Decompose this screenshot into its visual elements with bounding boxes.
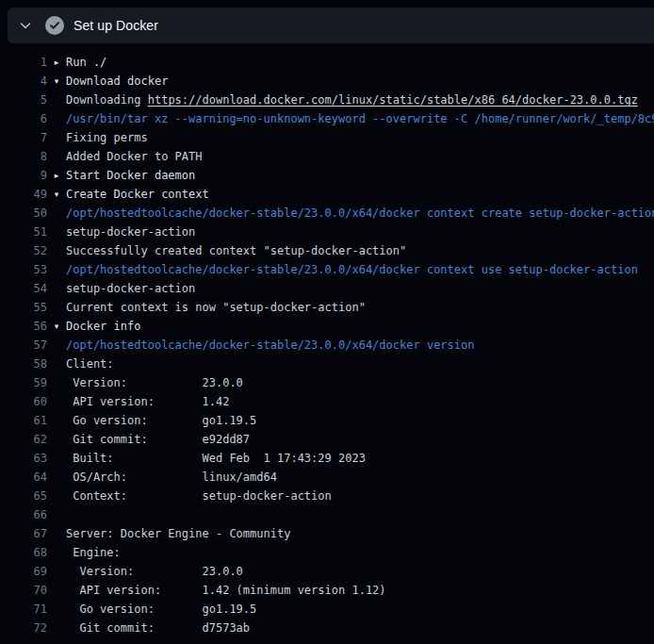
log-text: Download docker — [66, 72, 168, 91]
line-number[interactable]: 59 — [0, 373, 47, 392]
marker-spacer — [47, 487, 66, 505]
log-text: Go version: go1.19.5 — [66, 600, 256, 619]
line-number[interactable]: 67 — [0, 524, 47, 543]
log-text: Version: 23.0.0 — [66, 373, 243, 392]
log-text: Built: Wed Feb 1 17:43:29 2023 — [66, 449, 366, 468]
line-number[interactable]: 71 — [0, 600, 47, 619]
marker-spacer — [47, 505, 66, 524]
line-number[interactable]: 49 — [0, 185, 47, 204]
line-number[interactable]: 62 — [0, 430, 47, 449]
chevron-down-icon[interactable] — [18, 18, 33, 33]
group-expanded-icon: ▾ — [47, 317, 66, 336]
line-number[interactable]: 50 — [0, 204, 47, 223]
line-number[interactable]: 64 — [0, 468, 47, 487]
log-line: 51setup-docker-action — [0, 223, 654, 241]
step-title: Set up Docker — [74, 18, 158, 33]
log-text: OS/Arch: linux/amd64 — [66, 468, 277, 487]
line-number[interactable]: 5 — [0, 91, 47, 109]
log-line: 68 Engine: — [0, 543, 654, 562]
log-line[interactable]: 9▸Start Docker daemon — [0, 166, 654, 185]
line-number[interactable]: 65 — [0, 487, 47, 505]
log-line: 67Server: Docker Engine - Community — [0, 524, 654, 543]
line-number[interactable]: 61 — [0, 411, 47, 430]
line-number[interactable]: 54 — [0, 279, 47, 298]
marker-spacer — [47, 543, 66, 562]
marker-spacer — [47, 430, 66, 449]
line-number[interactable]: 66 — [0, 505, 47, 524]
marker-spacer — [47, 128, 66, 147]
line-number[interactable]: 52 — [0, 241, 47, 260]
line-number[interactable]: 6 — [0, 109, 47, 128]
log-line[interactable]: 56▾Docker info — [0, 317, 654, 336]
log-text: Version: 23.0.0 — [66, 562, 243, 581]
marker-spacer — [47, 373, 66, 392]
log-line: 7Fixing perms — [0, 128, 654, 147]
log-text: Run ./ — [66, 53, 106, 72]
line-number[interactable]: 53 — [0, 260, 47, 279]
line-number[interactable]: 69 — [0, 562, 47, 581]
line-number[interactable]: 56 — [0, 317, 47, 336]
line-number[interactable]: 70 — [0, 581, 47, 600]
log-line: 5Downloading https://download.docker.com… — [0, 91, 654, 109]
log-line: 65 Context: setup-docker-action — [0, 487, 654, 505]
log-line: 8Added Docker to PATH — [0, 147, 654, 166]
marker-spacer — [47, 524, 66, 543]
log-text: Context: setup-docker-action — [66, 487, 332, 505]
log-line: 6/usr/bin/tar xz --warning=no-unknown-ke… — [0, 109, 654, 128]
line-number[interactable]: 60 — [0, 392, 47, 411]
marker-spacer — [47, 392, 66, 411]
log-link[interactable]: https://download.docker.com/linux/static… — [148, 93, 638, 107]
log-line: 57/opt/hostedtoolcache/docker-stable/23.… — [0, 336, 654, 355]
marker-spacer — [47, 204, 66, 223]
log-line: 72 Git commit: d7573ab — [0, 619, 654, 637]
log-lines: 1▸Run ./4▾Download docker5Downloading ht… — [0, 53, 654, 637]
line-number[interactable]: 58 — [0, 355, 47, 373]
log-text: Docker info — [66, 317, 140, 336]
log-text: /opt/hostedtoolcache/docker-stable/23.0.… — [66, 260, 638, 279]
line-number[interactable]: 7 — [0, 128, 47, 147]
marker-spacer — [47, 581, 66, 600]
log-line: 69 Version: 23.0.0 — [0, 562, 654, 581]
marker-spacer — [47, 562, 66, 581]
log-line: 50/opt/hostedtoolcache/docker-stable/23.… — [0, 204, 654, 223]
log-text: /opt/hostedtoolcache/docker-stable/23.0.… — [66, 336, 474, 355]
log-text: Downloading https://download.docker.com/… — [66, 91, 638, 109]
line-number[interactable]: 55 — [0, 298, 47, 317]
line-number[interactable]: 63 — [0, 449, 47, 468]
line-number[interactable]: 1 — [0, 53, 47, 72]
line-number[interactable]: 57 — [0, 336, 47, 355]
line-number[interactable]: 51 — [0, 223, 47, 241]
marker-spacer — [47, 336, 66, 355]
log-text: Git commit: d7573ab — [66, 619, 250, 637]
log-line: 62 Git commit: e92dd87 — [0, 430, 654, 449]
log-line: 71 Go version: go1.19.5 — [0, 600, 654, 619]
check-circle-icon — [45, 16, 64, 35]
log-text: Fixing perms — [66, 128, 148, 147]
marker-spacer — [47, 449, 66, 468]
log-text: Start Docker daemon — [66, 166, 195, 185]
log-text: Client: — [66, 355, 114, 373]
group-collapsed-icon: ▸ — [47, 53, 66, 72]
log-text: API version: 1.42 — [66, 392, 229, 411]
marker-spacer — [47, 260, 66, 279]
marker-spacer — [47, 109, 66, 128]
log-line: 61 Go version: go1.19.5 — [0, 411, 654, 430]
line-number[interactable]: 4 — [0, 72, 47, 91]
log-line[interactable]: 1▸Run ./ — [0, 53, 654, 72]
line-number[interactable]: 72 — [0, 619, 47, 637]
log-line: 58Client: — [0, 355, 654, 373]
line-number[interactable]: 68 — [0, 543, 47, 562]
log-line: 59 Version: 23.0.0 — [0, 373, 654, 392]
marker-spacer — [47, 91, 66, 109]
log-text: Successfully created context "setup-dock… — [66, 241, 406, 260]
log-line: 70 API version: 1.42 (minimum version 1.… — [0, 581, 654, 600]
marker-spacer — [47, 298, 66, 317]
line-number[interactable]: 8 — [0, 147, 47, 166]
log-line[interactable]: 4▾Download docker — [0, 72, 654, 91]
line-number[interactable]: 9 — [0, 166, 47, 185]
group-expanded-icon: ▾ — [47, 72, 66, 91]
log-line[interactable]: 49▾Create Docker context — [0, 185, 654, 204]
step-header[interactable]: Set up Docker — [8, 8, 654, 43]
log-line: 66 — [0, 505, 654, 524]
log-text: Go version: go1.19.5 — [66, 411, 256, 430]
